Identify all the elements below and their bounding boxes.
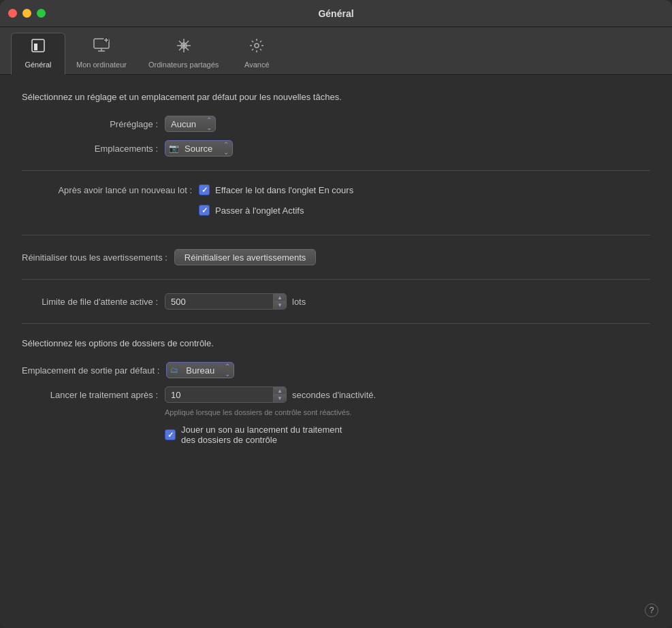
process-input[interactable]: 10 xyxy=(165,386,274,403)
check1-checkbox[interactable]: ✓ xyxy=(199,184,210,195)
general-icon xyxy=(30,37,46,58)
tab-advanced-label: Avancé xyxy=(244,61,270,69)
help-icon: ? xyxy=(650,606,654,615)
divider-4 xyxy=(22,323,650,324)
check1-row: ✓ Effacer le lot dans l'onglet En cours xyxy=(199,184,353,195)
process-row: Lancer le traitement après : 10 ▲ ▼ seco… xyxy=(22,386,650,403)
queue-increment-button[interactable]: ▲ xyxy=(274,294,286,301)
main-window: Général Général Mon or xyxy=(0,0,672,628)
sound-checkmark: ✓ xyxy=(167,431,174,440)
process-stepper-buttons: ▲ ▼ xyxy=(274,386,287,403)
tab-advanced[interactable]: Avancé xyxy=(229,33,284,74)
svg-point-7 xyxy=(255,44,259,48)
reset-button[interactable]: Réinitialiser les avertissements xyxy=(174,249,316,265)
preset-row: Préréglage : Aucun ⌃⌄ xyxy=(22,116,650,132)
queue-row: Limite de file d'attente active : 500 ▲ … xyxy=(22,293,650,310)
reset-row: Réinitialiser tous les avertissements : … xyxy=(22,249,650,265)
close-button[interactable] xyxy=(8,9,17,18)
queue-stepper-buttons: ▲ ▼ xyxy=(274,293,287,310)
tab-general[interactable]: Général xyxy=(11,33,65,75)
check2-checkmark: ✓ xyxy=(202,206,208,215)
sound-checkbox-row: ✓ Jouer un son au lancement du traitemen… xyxy=(165,425,650,445)
maximize-button[interactable] xyxy=(37,9,46,18)
output-select[interactable]: Bureau xyxy=(166,362,234,378)
sound-label: Jouer un son au lancement du traitementd… xyxy=(181,425,342,445)
process-decrement-button[interactable]: ▼ xyxy=(274,395,286,402)
applied-note: Appliqué lorsque les dossiers de contrôl… xyxy=(165,408,650,416)
traffic-lights xyxy=(8,9,46,18)
advanced-icon xyxy=(249,37,265,58)
process-increment-button[interactable]: ▲ xyxy=(274,387,286,395)
preset-select[interactable]: Aucun xyxy=(165,116,216,132)
sound-row: ✓ Jouer un son au lancement du traitemen… xyxy=(165,425,650,445)
content-area: Sélectionnez un réglage et un emplacemen… xyxy=(0,75,672,628)
preset-label: Préréglage : xyxy=(22,119,158,129)
preset-description: Sélectionnez un réglage et un emplacemen… xyxy=(22,91,650,103)
divider-3 xyxy=(22,279,650,280)
queue-input[interactable]: 500 xyxy=(165,293,274,310)
tab-my-computer-label: Mon ordinateur xyxy=(76,61,127,69)
process-unit: secondes d'inactivité. xyxy=(292,390,376,400)
tab-shared[interactable]: Ordinateurs partagés xyxy=(138,33,229,74)
divider-2 xyxy=(22,235,650,235)
tab-general-label: Général xyxy=(25,61,51,69)
process-stepper: 10 ▲ ▼ xyxy=(165,386,287,403)
queue-label: Limite de file d'attente active : xyxy=(22,297,158,307)
after-launch-label: Après avoir lancé un nouveau lot : xyxy=(22,184,192,195)
check2-row: ✓ Passer à l'onglet Actifs xyxy=(199,205,353,216)
output-label: Emplacement de sortie par défaut : xyxy=(22,365,159,376)
toolbar: Général Mon ordinateur Ordi xyxy=(0,27,672,75)
after-launch-options: ✓ Effacer le lot dans l'onglet En cours … xyxy=(199,184,353,221)
process-label: Lancer le traitement après : xyxy=(22,390,158,400)
locations-row: Emplacements : 📷 Source ⌃⌄ xyxy=(22,140,650,156)
divider-1 xyxy=(22,170,650,171)
title-bar: Général xyxy=(0,0,672,27)
after-launch-row: Après avoir lancé un nouveau lot : ✓ Eff… xyxy=(22,184,650,221)
queue-stepper: 500 ▲ ▼ xyxy=(165,293,287,310)
queue-unit: lots xyxy=(292,297,306,307)
preset-select-wrapper: Aucun ⌃⌄ xyxy=(165,116,216,132)
tab-shared-label: Ordinateurs partagés xyxy=(148,61,219,69)
shared-icon xyxy=(176,37,192,58)
output-row: Emplacement de sortie par défaut : 🗂 Bur… xyxy=(22,362,650,378)
reset-label: Réinitialiser tous les avertissements : xyxy=(22,252,167,263)
svg-rect-1 xyxy=(34,44,37,50)
bureau-select-wrapper: 🗂 Bureau ⌃⌄ xyxy=(166,362,234,378)
locations-select[interactable]: Source xyxy=(165,140,233,156)
svg-rect-0 xyxy=(32,39,44,52)
queue-decrement-button[interactable]: ▼ xyxy=(274,301,286,309)
sound-checkbox[interactable]: ✓ xyxy=(165,429,176,440)
help-button[interactable]: ? xyxy=(645,604,658,617)
check1-label: Effacer le lot dans l'onglet En cours xyxy=(215,185,353,195)
watch-description: Sélectionnez les options de dossiers de … xyxy=(22,337,650,350)
source-select-wrapper: 📷 Source ⌃⌄ xyxy=(165,140,233,156)
window-title: Général xyxy=(318,8,353,19)
check1-checkmark: ✓ xyxy=(202,186,208,195)
my-computer-icon xyxy=(93,37,110,58)
check2-checkbox[interactable]: ✓ xyxy=(199,205,210,216)
applied-note-container: Appliqué lorsque les dossiers de contrôl… xyxy=(165,408,650,416)
tab-my-computer[interactable]: Mon ordinateur xyxy=(65,33,138,74)
minimize-button[interactable] xyxy=(22,9,31,18)
check2-label: Passer à l'onglet Actifs xyxy=(215,205,304,216)
locations-label: Emplacements : xyxy=(22,144,158,154)
